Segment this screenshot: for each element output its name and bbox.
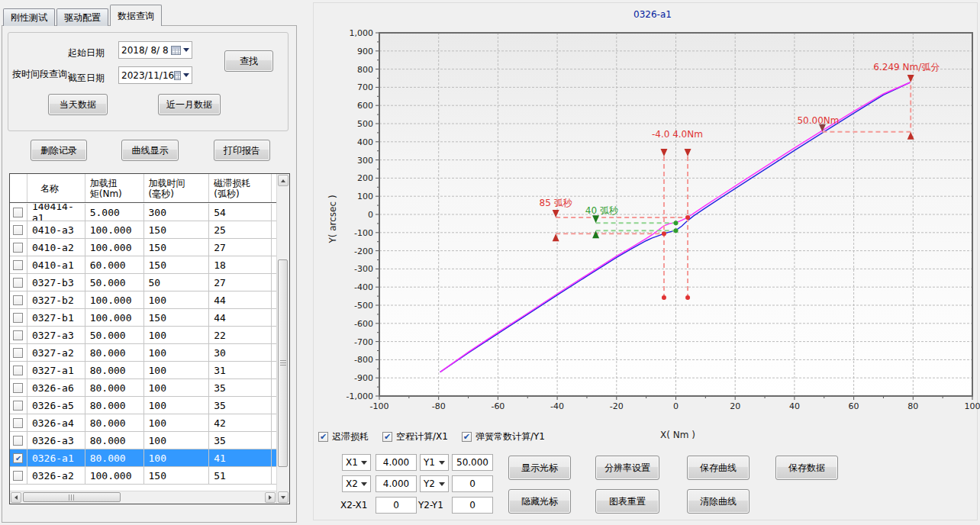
cell-name: 0326-a3 (27, 432, 85, 449)
cell-load-time: 100 (144, 379, 210, 396)
table-row[interactable]: 0326-a2100.00015051 (10, 467, 276, 485)
scroll-left-button[interactable] (11, 492, 21, 503)
chart-reset-button[interactable]: 图表重置 (595, 489, 659, 514)
row-checkbox[interactable] (10, 467, 27, 484)
scroll-up-button[interactable] (278, 175, 289, 186)
cell-name: 0326-a6 (27, 379, 85, 396)
table-row[interactable]: 0326-a580.00010035 (10, 397, 276, 414)
svg-text:1,000: 1,000 (350, 28, 374, 38)
x2-dropdown[interactable]: X2 (342, 475, 371, 492)
delete-record-button[interactable]: 删除记录 (31, 140, 87, 161)
cell-load-time: 150 (144, 221, 210, 238)
calendar-icon[interactable] (174, 71, 181, 80)
table-row[interactable]: 0410-a2100.00015027 (10, 239, 276, 256)
row-checkbox[interactable] (10, 414, 27, 431)
y1-value-field[interactable]: 50.000 (452, 454, 493, 471)
tab-rigidity-test[interactable]: 刚性测试 (3, 8, 55, 26)
option-checkbox-1[interactable]: ✔空程计算/X1 (382, 430, 448, 443)
table-row[interactable]: 0327-b350.0005027 (10, 274, 276, 291)
table-row[interactable]: 0410-a3100.00015025 (10, 221, 276, 239)
cell-hysteresis-loss: 54 (209, 204, 272, 221)
tab-drive-config[interactable]: 驱动配置 (56, 8, 108, 26)
save-data-button[interactable]: 保存数据 (775, 456, 838, 480)
scroll-right-button[interactable] (265, 492, 276, 503)
row-checkbox[interactable] (10, 397, 27, 414)
dy-value-field[interactable]: 0 (452, 497, 493, 514)
x1-value-field[interactable]: 4.000 (376, 454, 417, 471)
today-data-button[interactable]: 当天数据 (48, 94, 108, 115)
row-checkbox[interactable] (10, 327, 27, 343)
table-row[interactable]: ✔0326-a180.00010041 (10, 449, 276, 467)
header-load-time[interactable]: 加载时间(毫秒) (144, 174, 210, 202)
horizontal-scroll-thumb[interactable] (23, 492, 121, 502)
y2-value-field[interactable]: 0 (452, 475, 493, 492)
option-checkbox-0[interactable]: ✔迟滞损耗 (318, 430, 369, 443)
row-checkbox[interactable] (10, 221, 27, 238)
table-row[interactable]: 0326-a480.00010042 (10, 414, 276, 432)
search-button[interactable]: 查找 (224, 50, 273, 72)
tab-data-query[interactable]: 数据查询 (110, 5, 162, 26)
chevron-down-icon[interactable] (183, 48, 189, 52)
row-checkbox[interactable] (10, 344, 27, 361)
scroll-down-button[interactable] (278, 491, 289, 503)
table-row[interactable]: 0327-b1100.00015044 (10, 309, 276, 327)
chevron-down-icon (439, 461, 445, 465)
end-date-picker[interactable]: 2023/11/16 (118, 66, 192, 84)
table-row[interactable]: 140414-a15.00030054 (10, 204, 276, 221)
row-checkbox[interactable] (10, 362, 27, 378)
header-name[interactable]: 名称 (27, 174, 85, 202)
header-hysteresis-loss[interactable]: 磁滞损耗(弧秒) (209, 174, 272, 202)
row-checkbox[interactable] (10, 432, 27, 449)
row-checkbox[interactable] (10, 256, 27, 273)
vertical-scrollbar[interactable] (276, 174, 289, 504)
table-row[interactable]: 0327-a280.00010030 (10, 344, 276, 362)
table-row[interactable]: 0326-a680.00010035 (10, 379, 276, 397)
svg-text:60: 60 (849, 401, 859, 411)
table-row[interactable]: 0327-a350.00010022 (10, 327, 276, 344)
cell-load-time: 150 (144, 256, 210, 273)
show-cursor-button[interactable]: 显示光标 (508, 456, 571, 480)
last-month-data-button[interactable]: 近一月数据 (158, 94, 221, 115)
row-checkbox[interactable] (10, 274, 27, 291)
cell-torque: 60.000 (85, 256, 144, 273)
dx-value-field[interactable]: 0 (376, 497, 417, 514)
save-curve-button[interactable]: 保存曲线 (687, 456, 750, 480)
checkbox-icon (13, 436, 23, 446)
cell-load-time: 150 (144, 309, 210, 326)
cell-hysteresis-loss: 25 (209, 221, 272, 238)
row-checkbox[interactable]: ✔ (10, 449, 27, 466)
start-date-picker[interactable]: 2018/ 8/ 8 (118, 41, 192, 59)
vertical-scroll-thumb[interactable] (278, 259, 288, 467)
header-torque[interactable]: 加载扭矩(Nm) (85, 174, 144, 202)
row-checkbox[interactable] (10, 239, 27, 256)
x1-dropdown[interactable]: X1 (342, 454, 371, 471)
horizontal-scrollbar[interactable] (10, 491, 276, 504)
svg-text:500: 500 (357, 119, 373, 129)
x2-value-field[interactable]: 4.000 (376, 475, 417, 492)
checkbox-icon: ✔ (382, 432, 392, 442)
option-checkbox-2[interactable]: ✔弹簧常数计算/Y1 (462, 430, 545, 443)
start-date-label: 起始日期 (68, 47, 105, 60)
table-row[interactable]: 0327-a180.00010031 (10, 362, 276, 379)
curve-display-button[interactable]: 曲线显示 (121, 140, 179, 161)
y2-dropdown[interactable]: Y2 (420, 475, 449, 492)
resolution-settings-button[interactable]: 分辨率设置 (595, 456, 659, 480)
cell-load-time: 150 (144, 239, 210, 256)
print-report-button[interactable]: 打印报告 (214, 140, 270, 161)
hide-cursor-button[interactable]: 隐藏光标 (508, 489, 571, 514)
clear-curve-button[interactable]: 清除曲线 (687, 489, 750, 514)
table-row[interactable]: 0326-a380.00010035 (10, 432, 276, 449)
svg-text:-700: -700 (354, 337, 373, 347)
table-row[interactable]: 0327-b2100.00010044 (10, 291, 276, 309)
row-checkbox[interactable] (10, 291, 27, 308)
row-checkbox[interactable] (10, 309, 27, 326)
calendar-icon[interactable] (171, 46, 181, 55)
table-row[interactable]: 0410-a160.00015018 (10, 256, 276, 274)
cell-hysteresis-loss: 41 (209, 449, 272, 466)
cell-name: 0410-a2 (27, 239, 85, 256)
row-checkbox[interactable] (10, 204, 27, 221)
arrow-left-icon (15, 495, 18, 500)
row-checkbox[interactable] (10, 379, 27, 396)
y1-dropdown[interactable]: Y1 (420, 454, 449, 471)
chevron-down-icon[interactable] (183, 73, 189, 77)
